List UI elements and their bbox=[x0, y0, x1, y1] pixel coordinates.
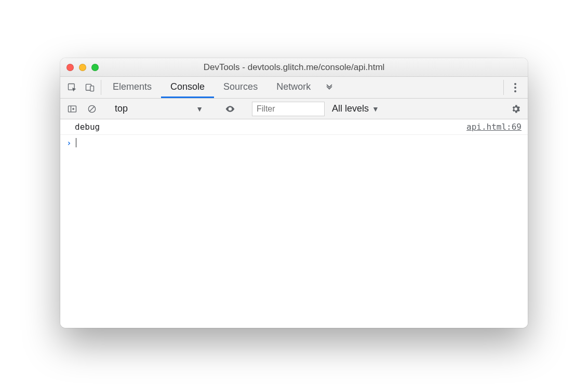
prompt-chevron-icon: › bbox=[66, 138, 72, 148]
inspect-element-icon[interactable] bbox=[63, 77, 81, 98]
panel-tabs: Elements Console Sources Network bbox=[60, 77, 528, 99]
console-entry: debug api.html:69 bbox=[60, 119, 528, 135]
svg-rect-2 bbox=[90, 86, 94, 91]
kebab-icon bbox=[514, 83, 516, 92]
execution-context-selector[interactable]: top ▼ bbox=[110, 101, 208, 117]
clear-console-icon[interactable] bbox=[83, 104, 101, 114]
titlebar: DevTools - devtools.glitch.me/console/ap… bbox=[60, 58, 528, 77]
tab-elements[interactable]: Elements bbox=[103, 77, 161, 98]
filter-input[interactable] bbox=[252, 102, 325, 116]
devtools-menu-button[interactable] bbox=[506, 77, 525, 98]
device-toolbar-icon[interactable] bbox=[81, 77, 99, 98]
text-cursor bbox=[76, 138, 76, 147]
console-prompt[interactable]: › bbox=[60, 135, 528, 150]
chevron-down-icon: ▼ bbox=[372, 105, 379, 113]
log-message: debug bbox=[75, 122, 100, 132]
live-expression-icon[interactable] bbox=[221, 104, 239, 114]
console-output: debug api.html:69 › bbox=[60, 119, 528, 328]
tab-console[interactable]: Console bbox=[161, 77, 214, 98]
window-title: DevTools - devtools.glitch.me/console/ap… bbox=[60, 62, 528, 73]
levels-label: All levels bbox=[332, 103, 369, 114]
tab-network[interactable]: Network bbox=[267, 77, 320, 98]
tab-sources[interactable]: Sources bbox=[214, 77, 267, 98]
log-source-link[interactable]: api.html:69 bbox=[466, 122, 522, 132]
log-levels-selector[interactable]: All levels ▼ bbox=[327, 103, 384, 114]
chevron-down-icon: ▼ bbox=[196, 105, 203, 113]
divider bbox=[101, 80, 101, 95]
console-settings-icon[interactable] bbox=[507, 104, 525, 114]
devtools-window: DevTools - devtools.glitch.me/console/ap… bbox=[60, 58, 528, 328]
more-tabs-button[interactable] bbox=[320, 77, 339, 98]
divider bbox=[503, 80, 504, 95]
toggle-console-sidebar-icon[interactable] bbox=[63, 104, 81, 114]
console-toolbar: top ▼ All levels ▼ bbox=[60, 99, 528, 119]
context-label: top bbox=[115, 103, 128, 114]
